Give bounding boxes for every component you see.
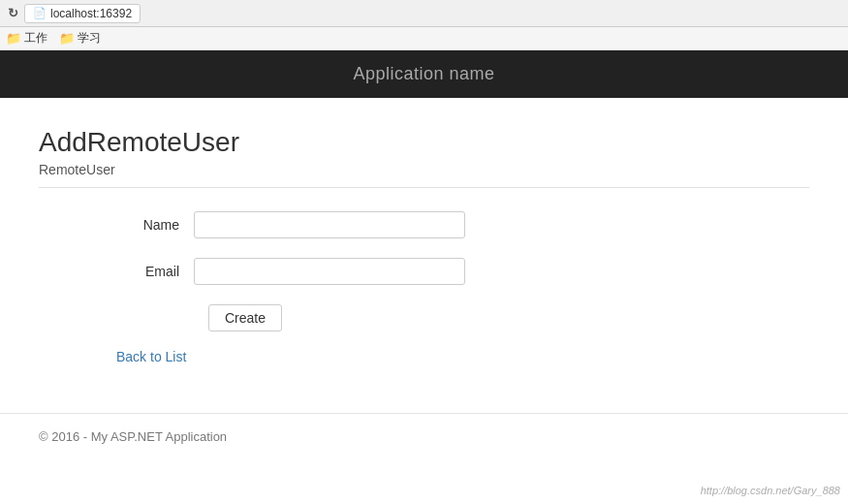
back-to-list-link[interactable]: Back to List — [116, 349, 809, 364]
form-section: Name Email Create Back to List — [116, 211, 809, 364]
name-form-group: Name — [116, 211, 809, 238]
email-form-group: Email — [116, 258, 809, 285]
page-subtitle: RemoteUser — [39, 162, 809, 177]
bookmark-work[interactable]: 📁 工作 — [6, 30, 47, 47]
watermark: http://blog.csdn.net/Gary_888 — [701, 485, 840, 496]
url-bar[interactable]: 📄 localhost:16392 — [24, 4, 141, 23]
divider — [39, 187, 809, 188]
footer-copyright: © 2016 - My ASP.NET Application — [39, 429, 227, 444]
footer: © 2016 - My ASP.NET Application — [0, 413, 848, 459]
bookmark-study[interactable]: 📁 学习 — [59, 30, 101, 47]
app-navbar: Application name — [0, 50, 848, 98]
create-button-container: Create — [116, 304, 809, 331]
email-input[interactable] — [194, 258, 465, 285]
refresh-button[interactable]: ↻ — [8, 6, 18, 20]
url-text: localhost:16392 — [50, 7, 132, 20]
page-title: AddRemoteUser — [39, 127, 809, 158]
page-icon: 📄 — [33, 7, 47, 19]
browser-bar: ↻ 📄 localhost:16392 — [0, 0, 848, 27]
name-label: Name — [116, 217, 194, 233]
app-name: Application name — [353, 64, 494, 83]
main-content: AddRemoteUser RemoteUser Name Email Crea… — [0, 98, 848, 459]
name-input[interactable] — [194, 211, 465, 238]
create-button[interactable]: Create — [208, 304, 282, 331]
email-label: Email — [116, 264, 194, 279]
bookmark-study-label: 学习 — [78, 30, 101, 47]
bookmarks-bar: 📁 工作 📁 学习 — [0, 27, 848, 50]
folder-icon-work: 📁 — [6, 31, 21, 46]
bookmark-work-label: 工作 — [24, 30, 47, 47]
content-container: AddRemoteUser RemoteUser Name Email Crea… — [0, 127, 848, 364]
folder-icon-study: 📁 — [59, 31, 75, 46]
